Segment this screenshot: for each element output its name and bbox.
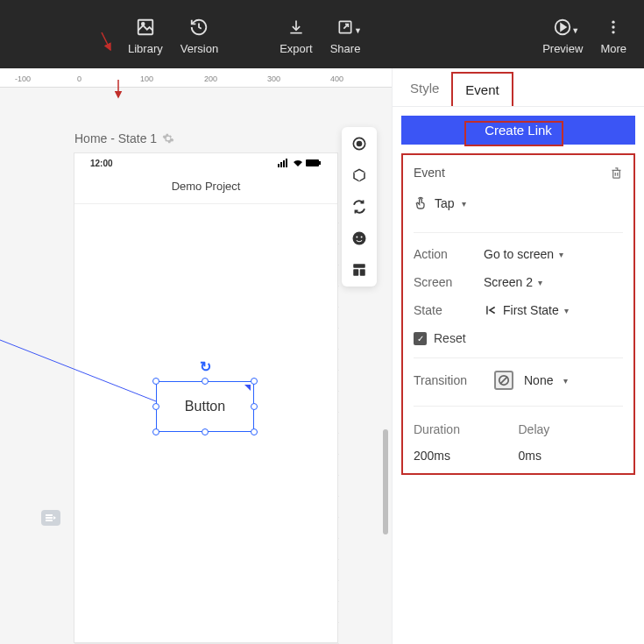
svg-rect-16 (46, 517, 53, 519)
duration-label: Duration (414, 422, 519, 436)
cube-icon[interactable] (350, 166, 369, 185)
download-icon (287, 18, 306, 37)
svg-point-7 (612, 31, 615, 33)
trigger-value: Tap (435, 196, 455, 210)
inspector-tabs: Style Event (393, 68, 644, 107)
rotate-handle-icon[interactable]: ↻ (200, 358, 211, 375)
state-dropdown[interactable]: State First State ▾ (414, 303, 623, 317)
svg-rect-17 (46, 520, 53, 521)
breadcrumb[interactable]: Home - State 1 (74, 131, 174, 145)
svg-marker-4 (561, 24, 566, 30)
preview-label: Preview (542, 42, 583, 55)
canvas-area[interactable]: -100 0 100 200 300 400 Home - State 1 12… (0, 68, 392, 644)
target-icon[interactable] (350, 134, 369, 153)
main-toolbar: Library Version Export ▼ Share (0, 0, 644, 68)
first-state-icon (484, 304, 498, 316)
version-label: Version (180, 42, 218, 55)
chevron-down-icon: ▾ (462, 199, 466, 209)
link-indicator-icon (244, 385, 251, 391)
state-label: State (414, 303, 484, 317)
history-icon (189, 18, 209, 37)
chevron-down-icon: ▾ (538, 278, 542, 287)
status-indicators (278, 159, 322, 167)
svg-rect-26 (353, 269, 358, 276)
svg-rect-10 (283, 160, 285, 167)
breadcrumb-text: Home - State 1 (74, 131, 157, 145)
svg-point-6 (612, 25, 615, 28)
chevron-down-icon: ▼ (354, 26, 362, 35)
selected-element[interactable]: ↻ Button (156, 381, 254, 432)
transition-label: Transition (414, 373, 484, 387)
gear-icon[interactable] (162, 132, 174, 145)
transition-dropdown[interactable]: Transition None ▾ (414, 358, 623, 390)
action-value: Go to screen (484, 247, 554, 261)
smile-icon[interactable] (350, 229, 369, 248)
event-section: Event Tap ▾ Action Go to screen ▾ (401, 153, 635, 475)
delay-input[interactable]: 0ms (519, 449, 624, 463)
export-label: Export (280, 42, 313, 55)
horizontal-ruler: -100 0 100 200 300 400 (0, 68, 392, 88)
chevron-down-icon: ▼ (571, 26, 579, 35)
action-dropdown[interactable]: Action Go to screen ▾ (414, 247, 623, 261)
library-button[interactable]: Library (119, 11, 172, 59)
sync-icon[interactable] (350, 197, 369, 216)
share-icon (336, 18, 355, 37)
resize-handle[interactable] (152, 428, 159, 435)
svg-rect-8 (278, 164, 280, 167)
reset-label: Reset (434, 331, 466, 345)
resize-handle[interactable] (251, 403, 258, 410)
more-vertical-icon (604, 18, 623, 37)
transition-value: None (524, 373, 553, 387)
svg-rect-13 (319, 161, 321, 165)
tab-event[interactable]: Event (451, 72, 513, 106)
svg-rect-15 (46, 514, 53, 516)
svg-rect-9 (280, 162, 282, 167)
chevron-down-icon: ▾ (563, 376, 568, 386)
play-icon (553, 18, 572, 37)
checkbox-checked-icon: ✓ (414, 332, 427, 345)
layout-icon[interactable] (350, 260, 369, 280)
resize-handle[interactable] (202, 428, 209, 435)
floating-toolbar (342, 127, 377, 287)
more-button[interactable]: More (591, 11, 635, 59)
svg-rect-11 (286, 159, 287, 167)
resize-handle[interactable] (152, 403, 159, 410)
more-label: More (600, 42, 626, 55)
create-link-button[interactable]: Create Link (401, 116, 635, 145)
svg-point-21 (357, 142, 362, 146)
duration-input[interactable]: 200ms (414, 449, 519, 463)
selected-button[interactable]: Button (156, 381, 254, 432)
image-icon (136, 18, 155, 37)
event-section-title: Event (414, 166, 445, 180)
svg-point-22 (353, 232, 366, 245)
chevron-down-icon: ▾ (559, 250, 563, 259)
version-button[interactable]: Version (172, 11, 227, 59)
resize-handle[interactable] (152, 378, 159, 385)
svg-rect-25 (353, 264, 365, 268)
trash-icon[interactable] (610, 166, 623, 180)
delay-label: Delay (519, 422, 624, 436)
state-value: First State (503, 303, 559, 317)
panel-expand-handle[interactable] (41, 510, 60, 526)
resize-handle[interactable] (251, 428, 258, 435)
resize-handle[interactable] (251, 378, 258, 385)
export-button[interactable]: Export (271, 11, 322, 59)
trigger-dropdown[interactable]: Tap ▾ (414, 195, 623, 211)
inspector-panel: Style Event Create Link Event (392, 68, 644, 644)
share-button[interactable]: ▼ Share (322, 11, 370, 59)
reset-checkbox[interactable]: ✓ Reset (414, 331, 623, 358)
none-icon (494, 371, 513, 390)
vertical-scrollbar[interactable] (383, 429, 388, 534)
svg-point-23 (356, 237, 357, 238)
button-label: Button (185, 399, 225, 414)
library-label: Library (128, 42, 163, 55)
svg-point-5 (612, 20, 615, 23)
resize-handle[interactable] (202, 378, 209, 385)
device-statusbar: 12:00 (74, 153, 337, 173)
chevron-down-icon: ▾ (564, 306, 569, 315)
preview-button[interactable]: ▼ Preview (534, 11, 591, 59)
tab-style[interactable]: Style (398, 72, 451, 106)
screen-label: Screen (414, 275, 484, 289)
screen-dropdown[interactable]: Screen Screen 2 ▾ (414, 275, 623, 289)
svg-marker-19 (244, 385, 251, 391)
